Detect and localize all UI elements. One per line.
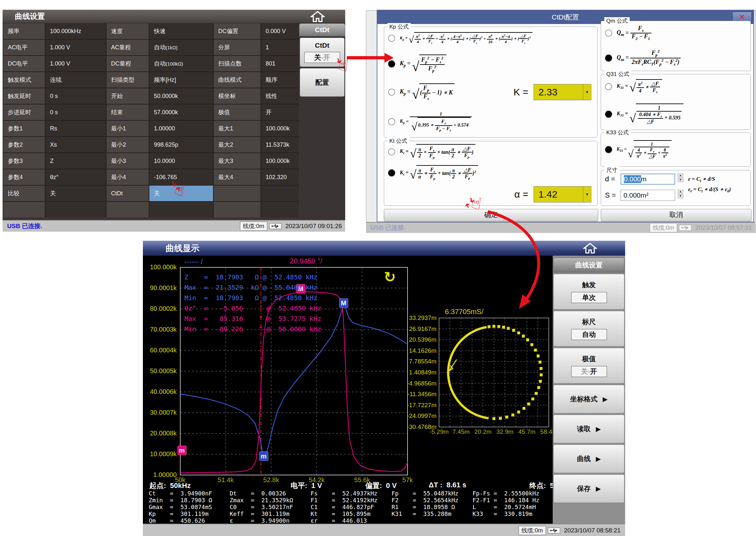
setting-label: 曲线模式 xyxy=(214,72,261,87)
group-label-kp: Kp 公式 xyxy=(387,23,411,30)
s-label: S = xyxy=(605,191,616,200)
setting-value[interactable]: 1 xyxy=(261,40,299,55)
sidebar-button-1[interactable]: 触发单次 xyxy=(553,274,625,310)
setting-label: 最小4 xyxy=(107,169,149,185)
setting-label xyxy=(214,202,261,218)
arrow-right-icon: ▶ xyxy=(596,455,601,463)
setting-value[interactable]: 11.5373k xyxy=(261,137,299,152)
setting-value[interactable]: 线性 xyxy=(261,88,299,104)
sidebar-button-2[interactable]: 标尺自动 xyxy=(553,311,625,347)
tick-label: 80.0002k xyxy=(144,305,177,313)
setting-value[interactable]: 开 xyxy=(261,105,299,120)
d-input[interactable]: 0.000m xyxy=(621,174,675,184)
radio-kp-1[interactable] xyxy=(388,35,395,42)
setting-value[interactable]: 频率[Hz] xyxy=(149,72,213,87)
setting-value[interactable]: Xs xyxy=(46,137,106,152)
k-value-combo[interactable]: 2.33▼ xyxy=(533,84,591,100)
setting-value[interactable]: 关 xyxy=(46,185,106,201)
setting-label: 极值 xyxy=(214,105,261,120)
radio-qm-2[interactable] xyxy=(605,54,612,62)
tick-label: 60.0004k xyxy=(144,347,177,354)
setting-value[interactable]: 自动(100kΩ) xyxy=(149,56,213,71)
qm-formula-group: Qm 公式 Qm = FsF2 − F1 Qm = Fp22πFsRCT(Fp2… xyxy=(601,21,751,71)
setting-value[interactable] xyxy=(261,202,299,218)
settings-sidebar: CtDt CtDt关-开配置 xyxy=(299,23,345,98)
setting-value[interactable]: θz° xyxy=(46,169,106,185)
setting-value[interactable]: 801 xyxy=(261,56,299,71)
setting-value[interactable]: Z xyxy=(46,153,106,169)
chevron-down-icon[interactable]: ▼ xyxy=(583,186,591,202)
radio-kp-3[interactable] xyxy=(388,88,395,96)
radio-kp-4[interactable] xyxy=(388,118,395,125)
rotate-icon[interactable]: ↻ xyxy=(384,269,396,285)
setting-value[interactable] xyxy=(46,202,106,218)
tick-label: -17.7227m xyxy=(401,402,436,409)
setting-value[interactable]: 自动(1kΩ) xyxy=(149,40,213,55)
chevron-down-icon[interactable]: ▼ xyxy=(583,84,591,100)
setting-value[interactable]: 998.625p xyxy=(149,137,213,152)
tick-label: 14.1626m xyxy=(401,347,436,354)
setting-value[interactable]: 10.0000 xyxy=(149,153,213,169)
group-label-kt: Kt 公式 xyxy=(387,137,409,145)
group-label-q31: Q31 公式 xyxy=(604,70,631,78)
sidebar-button-1[interactable]: CtDt关-开 xyxy=(300,38,344,67)
radio-kp-2[interactable] xyxy=(388,60,395,67)
usb-icon xyxy=(269,223,281,229)
setting-label: 分屏 xyxy=(214,40,261,55)
formula-qm-1: Qm = FsF2 − F1 xyxy=(617,25,651,41)
radio-qm-1[interactable] xyxy=(605,29,612,37)
alpha-label: α = xyxy=(514,189,528,200)
setting-label: 触发延时 xyxy=(3,88,45,104)
s-value: 0.000m² xyxy=(624,191,649,199)
setting-value[interactable]: 快速 xyxy=(149,23,213,39)
s-spinner[interactable]: ▲▼ xyxy=(678,190,683,198)
formula-q31-1: K31 = √π24 ∗ △FFs xyxy=(617,79,662,94)
cable-length-badge: 线缆:0m xyxy=(519,526,546,535)
setting-value[interactable]: 100.000kHz xyxy=(46,23,106,39)
setting-label xyxy=(107,202,149,218)
kt-formula-group: Kt 公式 Kt = √π2 × FsFp × tan(π2 ∗ △FFp) K… xyxy=(384,141,597,206)
setting-value[interactable]: 0 s xyxy=(46,88,106,104)
clock-text: 2023/10/07 08:58:21 xyxy=(564,527,621,534)
setting-value[interactable]: 连续 xyxy=(46,72,106,87)
setting-value[interactable]: 50.0000k xyxy=(149,88,213,104)
sidebar-button-7[interactable]: 保存▶ xyxy=(553,474,625,503)
cancel-button[interactable]: 取消 xyxy=(601,209,751,221)
alpha-value-combo[interactable]: 1.42▼ xyxy=(533,186,591,202)
setting-value[interactable]: 1.000 V xyxy=(46,40,106,55)
setting-value[interactable]: 0.000 V xyxy=(261,23,299,39)
sidebar-button-6[interactable]: 曲线▶ xyxy=(553,445,625,473)
setting-label: DC电平 xyxy=(3,56,45,71)
radio-kt-2[interactable] xyxy=(388,169,395,177)
setting-value[interactable]: 57.0000k xyxy=(149,105,213,120)
settings-status-bar: USB 已连接. 线缆:0m 2023/10/07 09:01:26 xyxy=(3,220,345,232)
radio-k33-1[interactable] xyxy=(605,146,612,153)
setting-value[interactable] xyxy=(261,185,299,201)
setting-value[interactable]: 100.000k xyxy=(261,153,299,169)
home-icon[interactable] xyxy=(310,10,325,23)
radio-q31-1[interactable] xyxy=(605,83,612,90)
setting-value[interactable]: Rs xyxy=(46,121,106,136)
toggle-state: 关-开 xyxy=(571,366,607,377)
setting-value[interactable]: 100.000k xyxy=(261,121,299,136)
setting-value[interactable]: 102.320 xyxy=(261,169,299,185)
setting-value[interactable]: 0 s xyxy=(46,105,106,120)
setting-value[interactable]: 顺序 xyxy=(261,72,299,87)
setting-value[interactable]: 1.000 V xyxy=(46,56,106,71)
setting-value[interactable] xyxy=(149,202,213,218)
sidebar-button-3[interactable]: 极值关-开 xyxy=(553,348,625,384)
s-input[interactable]: 0.000m² xyxy=(621,190,675,201)
arrow-right-icon: ▶ xyxy=(603,395,608,403)
radio-q31-2[interactable] xyxy=(605,111,612,118)
ok-button[interactable]: 确定 xyxy=(384,209,598,221)
tick-label: 52.8k xyxy=(257,476,286,484)
d-label: d = xyxy=(605,175,615,183)
home-icon[interactable] xyxy=(583,242,597,254)
d-spinner[interactable]: ▲▼ xyxy=(678,174,683,182)
radio-kt-1[interactable] xyxy=(388,148,395,155)
info-item: 起点: 50kHz xyxy=(149,481,191,490)
sidebar-button-4[interactable]: 坐标格式▶ xyxy=(553,385,625,413)
sidebar-tab-curve-settings: 曲线设置 xyxy=(553,258,625,273)
setting-value[interactable]: 1.00000 xyxy=(149,121,213,136)
sidebar-button-5[interactable]: 读取▶ xyxy=(553,415,625,443)
